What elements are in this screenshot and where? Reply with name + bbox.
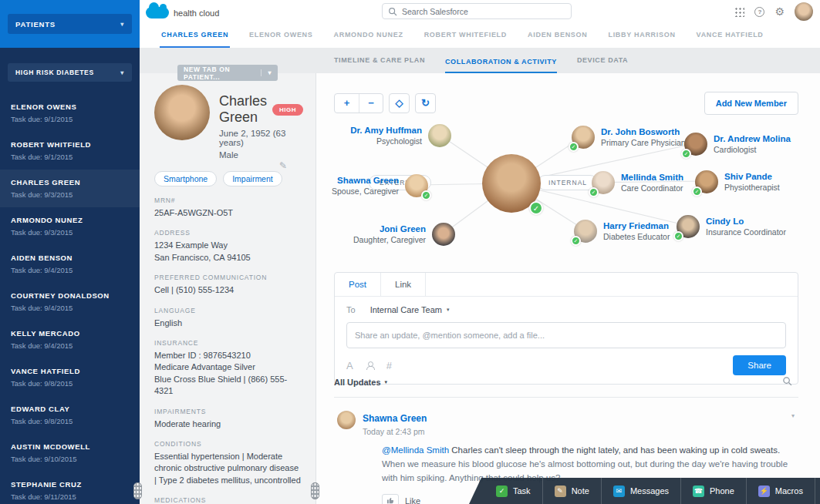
patient-name: STEPHANIE CRUZ xyxy=(11,480,133,489)
patient-field: ADDRESS 1234 Example Way San Francisco, … xyxy=(154,229,302,264)
patient-tab[interactable]: VANCE HATFIELD xyxy=(695,23,765,48)
mention-link[interactable]: @Mellinda Smith xyxy=(382,445,449,455)
care-team-member[interactable]: ✓ Cindy Lo Insurance Coordinator xyxy=(677,214,786,239)
content-tab[interactable]: COLLABORATION & ACTIVITY xyxy=(445,58,557,73)
dock-item[interactable]: ⚡ Macros xyxy=(746,478,815,504)
patient-name: ELENOR OWENS xyxy=(11,102,133,111)
care-team-member[interactable]: ✓ Mellinda Smith Care Coordinator xyxy=(592,170,683,195)
zoom-in-button[interactable]: + xyxy=(335,94,359,113)
member-role: Daughter, Caregiver xyxy=(353,235,426,245)
member-avatar: ✓ xyxy=(405,174,428,197)
fit-view-button[interactable]: ◇ xyxy=(389,93,410,113)
patient-list-item[interactable]: EDWARD CLAY Task due: 9/8/2015 xyxy=(0,396,140,434)
field-value: English xyxy=(154,318,302,329)
dock-item[interactable]: ☎ Phone xyxy=(680,478,746,504)
patient-tab[interactable]: ELENOR OWENS xyxy=(248,23,314,48)
member-avatar xyxy=(432,223,455,246)
user-avatar[interactable] xyxy=(795,2,813,21)
patient-list-item[interactable]: AUSTIN MCDOWELL Task due: 9/10/2015 xyxy=(0,434,140,472)
patients-dropdown-label: PATIENTS xyxy=(15,20,56,29)
panel-resize-handle[interactable] xyxy=(311,482,319,499)
patient-field: INSURANCE Member ID : 9876543210 Medicar… xyxy=(154,339,302,398)
content-tab-label: DEVICE DATA xyxy=(577,56,628,64)
member-name: Cindy Lo xyxy=(706,216,786,227)
patient-list-item[interactable]: AIDEN BENSON Task due: 9/4/2015 xyxy=(0,245,140,283)
dock-item[interactable]: ✎ Note xyxy=(542,478,601,504)
add-new-member-button[interactable]: Add New Member xyxy=(704,92,798,115)
patient-task-due: Task due: 9/11/2015 xyxy=(11,492,133,501)
patient-list-item[interactable]: ROBERT WHITFIELD Task due: 9/1/2015 xyxy=(0,132,140,170)
content-tab-strip: TIMELINE & CARE PLAN COLLABORATION & ACT… xyxy=(334,56,628,73)
care-team-member[interactable]: ✓ Shawna Green Spouse, Caregiver xyxy=(332,173,428,198)
patient-full-name: Charles Green xyxy=(219,93,267,126)
search-input[interactable] xyxy=(402,7,565,16)
mention-person-icon[interactable] xyxy=(366,361,374,370)
patient-list-item[interactable]: CHARLES GREEN Task due: 9/3/2015 xyxy=(0,170,140,207)
panel-resize-handle[interactable] xyxy=(133,482,142,499)
edit-tags-icon[interactable]: ✎ xyxy=(279,160,287,171)
patient-field: LANGUAGE English xyxy=(154,307,302,329)
feed-search-icon[interactable] xyxy=(782,375,792,389)
share-update-input[interactable] xyxy=(346,322,786,348)
patient-list-item[interactable]: VANCE HATFIELD Task due: 9/8/2015 xyxy=(0,358,140,396)
patient-tab[interactable]: ARMONDO NUNEZ xyxy=(332,23,405,48)
subnav-band: NEW TAB ON PATIENT... ▾ TIMELINE & CARE … xyxy=(140,48,820,73)
post-actions-caret[interactable]: ▾ xyxy=(791,412,795,419)
logo-text: health cloud xyxy=(174,8,219,18)
content-tab[interactable]: TIMELINE & CARE PLAN xyxy=(334,56,425,73)
patient-list: ELENOR OWENS Task due: 9/1/2015 ROBERT W… xyxy=(0,94,140,504)
care-team-member[interactable]: Joni Green Daughter, Caregiver xyxy=(353,222,455,247)
content-tab[interactable]: DEVICE DATA xyxy=(577,56,628,73)
zoom-out-button[interactable]: − xyxy=(359,94,383,113)
patient-tab[interactable]: AIDEN BENSON xyxy=(526,23,589,48)
patient-group-dropdown[interactable]: HIGH RISK DIABETES ▾ xyxy=(8,63,132,82)
patient-name: ARMONDO NUNEZ xyxy=(11,216,133,224)
status-check-icon: ✓ xyxy=(569,142,579,152)
dock-item[interactable]: ✓ Task xyxy=(484,478,542,504)
care-team-member[interactable]: Dr. Amy Huffman Psychologist xyxy=(350,123,451,148)
global-search[interactable] xyxy=(382,3,572,19)
patient-list-item[interactable]: ELENOR OWENS Task due: 9/1/2015 xyxy=(0,94,140,132)
patient-list-item[interactable]: KELLY MERCADO Task due: 9/4/2015 xyxy=(0,321,140,358)
patient-hub-avatar[interactable]: ✓ xyxy=(482,154,541,213)
salesforce-cloud-icon xyxy=(146,7,169,18)
field-label: PREFERRED COMMUNICATION xyxy=(154,274,302,281)
patients-dropdown[interactable]: PATIENTS ▾ xyxy=(8,14,132,34)
patient-tab[interactable]: ROBERT WHITEFIELD xyxy=(423,23,508,48)
composer-tab-post[interactable]: Post xyxy=(335,273,381,296)
patient-task-due: Task due: 9/1/2015 xyxy=(11,153,133,161)
patient-list-item[interactable]: ARMONDO NUNEZ Task due: 9/3/2015 xyxy=(0,207,140,245)
patient-tab-strip: CHARLES GREEN ELENOR OWENS ARMONDO NUNEZ… xyxy=(140,23,820,48)
like-button[interactable] xyxy=(382,494,399,504)
care-team-member[interactable]: ✓ Dr. Andrew Molina Cardiologist xyxy=(684,132,791,156)
dock-item[interactable]: ✉ Messages xyxy=(601,478,680,504)
patient-tab[interactable]: LIBBY HARRISON xyxy=(606,23,677,48)
risk-badge: HIGH xyxy=(272,104,303,116)
to-label: To xyxy=(346,305,356,314)
patient-list-item[interactable]: STEPHANIE CRUZ Task due: 9/11/2015 xyxy=(0,472,140,504)
patient-list-item[interactable]: COURTNEY DONALDSON Task due: 9/4/2015 xyxy=(0,283,140,321)
chevron-down-icon: ▾ xyxy=(120,21,124,28)
refresh-button[interactable]: ↻ xyxy=(415,93,436,113)
composer-tab-link[interactable]: Link xyxy=(381,273,426,296)
dock-item[interactable]: ◷ Recent xyxy=(815,478,820,504)
dock-item-label: Macros xyxy=(775,486,803,496)
audience-selector[interactable]: Internal Care Team xyxy=(370,305,442,314)
care-team-member[interactable]: ✓ Dr. John Bosworth Primary Care Physici… xyxy=(572,125,686,150)
help-icon[interactable]: ? xyxy=(754,7,764,17)
patient-name: COURTNEY DONALDSON xyxy=(11,291,133,300)
patient-summary-panel: Charles Green HIGH June 2, 1952 (63 year… xyxy=(140,73,316,504)
member-role: Care Coordinator xyxy=(621,183,683,193)
patient-tab[interactable]: CHARLES GREEN xyxy=(160,23,230,48)
care-team-member[interactable]: ✓ Harry Friedman Diabetes Educator xyxy=(574,219,670,244)
patient-field: CONDITIONS Essential hypertension | Mode… xyxy=(154,440,302,486)
new-tab-on-patient-button[interactable]: NEW TAB ON PATIENT... ▾ xyxy=(177,65,278,81)
post-author-link[interactable]: Shawna Green xyxy=(363,413,427,424)
feed-filter-dropdown[interactable]: All Updates xyxy=(334,378,381,387)
setup-gear-icon[interactable]: ⚙ xyxy=(774,6,785,17)
like-label[interactable]: Like xyxy=(405,496,420,504)
app-launcher-icon[interactable] xyxy=(734,7,744,17)
patient-tab-label: AIDEN BENSON xyxy=(528,31,587,39)
member-name: Joni Green xyxy=(353,223,426,234)
care-team-member[interactable]: ✓ Shiv Pande Physiotherapist xyxy=(695,170,780,194)
